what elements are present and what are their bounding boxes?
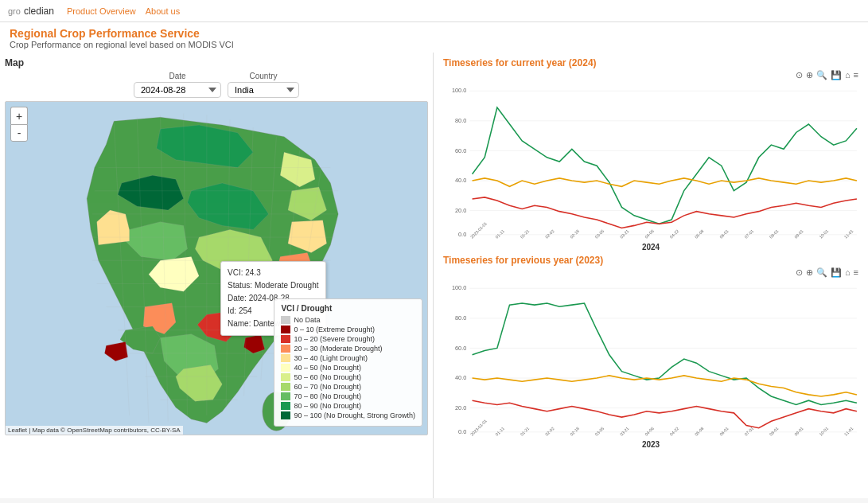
svg-text:20.0: 20.0 bbox=[455, 207, 466, 214]
svg-text:02-18: 02-18 bbox=[569, 426, 580, 437]
svg-text:03-21: 03-21 bbox=[619, 228, 630, 240]
svg-text:08-01: 08-01 bbox=[769, 426, 780, 437]
country-control-group: Country India bbox=[228, 72, 299, 98]
chart-current-save-icon[interactable]: 💾 bbox=[831, 70, 842, 80]
legend-swatch bbox=[281, 383, 290, 391]
legend-swatch bbox=[281, 411, 290, 419]
legend-label: 30 – 40 (Light Drought) bbox=[294, 354, 368, 362]
legend-label: 70 – 80 (No Drought) bbox=[294, 392, 361, 400]
svg-text:80.0: 80.0 bbox=[455, 117, 466, 124]
nav-about-us[interactable]: About us bbox=[146, 6, 180, 16]
svg-text:04-06: 04-06 bbox=[644, 426, 655, 437]
svg-text:04-22: 04-22 bbox=[669, 426, 680, 437]
tooltip-vci: VCI: 24.3 bbox=[228, 267, 319, 279]
chart-current-search-icon[interactable]: 🔍 bbox=[816, 70, 827, 80]
chart-current-home-icon[interactable]: ⌂ bbox=[845, 70, 850, 80]
date-select[interactable]: 2024-08-28 bbox=[134, 82, 221, 98]
country-select[interactable]: India bbox=[228, 82, 299, 98]
chart-current-reset-icon[interactable]: ⊙ bbox=[796, 70, 803, 80]
chart-previous-menu-icon[interactable]: ≡ bbox=[854, 267, 858, 278]
map-legend: VCI / Drought No Data0 – 10 (Extreme Dro… bbox=[274, 298, 422, 427]
zoom-out-button[interactable]: - bbox=[10, 124, 28, 142]
legend-swatch bbox=[281, 392, 290, 400]
chart-current-title: Timeseries for current year (2024) bbox=[443, 57, 858, 68]
svg-text:100.0: 100.0 bbox=[452, 87, 466, 94]
legend-item: 60 – 70 (No Drought) bbox=[281, 383, 415, 391]
legend-item: 70 – 80 (No Drought) bbox=[281, 392, 415, 400]
chart-current-menu-icon[interactable]: ≡ bbox=[854, 70, 858, 80]
chart-previous-reset-icon[interactable]: ⊙ bbox=[796, 267, 803, 278]
svg-text:01-11: 01-11 bbox=[494, 426, 505, 437]
svg-text:09-01: 09-01 bbox=[793, 228, 804, 240]
svg-text:60.0: 60.0 bbox=[455, 147, 466, 154]
tooltip-status: Status: Moderate Drought bbox=[228, 279, 319, 292]
svg-text:06-01: 06-01 bbox=[718, 228, 730, 240]
nav-product-overview[interactable]: Product Overview bbox=[67, 6, 136, 16]
legend-item: 90 – 100 (No Drought, Strong Growth) bbox=[281, 411, 415, 419]
svg-text:05-08: 05-08 bbox=[694, 426, 705, 437]
page-header: Regional Crop Performance Service Crop P… bbox=[0, 22, 868, 53]
main-layout: Map Date 2024-08-28 Country India + - bbox=[0, 53, 868, 498]
chart-current-zoom-icon[interactable]: ⊕ bbox=[806, 70, 813, 80]
legend-item: 10 – 20 (Severe Drought) bbox=[281, 335, 415, 343]
legend-swatch bbox=[281, 402, 290, 410]
legend-item: 20 – 30 (Moderate Drought) bbox=[281, 345, 415, 353]
chart-previous-zoom-icon[interactable]: ⊕ bbox=[806, 267, 813, 278]
zoom-in-button[interactable]: + bbox=[10, 107, 28, 124]
svg-text:03-05: 03-05 bbox=[594, 426, 605, 437]
svg-text:09-01: 09-01 bbox=[793, 426, 804, 437]
svg-text:40.0: 40.0 bbox=[455, 177, 466, 184]
chart-previous-search-icon[interactable]: 🔍 bbox=[816, 267, 827, 278]
legend-label: 50 – 60 (No Drought) bbox=[294, 373, 361, 381]
svg-text:03-05: 03-05 bbox=[594, 228, 605, 240]
svg-text:10-01: 10-01 bbox=[818, 228, 829, 240]
legend-swatch bbox=[281, 345, 290, 353]
legend-label: No Data bbox=[294, 316, 320, 324]
chart-current-panel: Timeseries for current year (2024) ⊙ ⊕ 🔍… bbox=[443, 57, 858, 252]
legend-swatch bbox=[281, 326, 290, 333]
svg-text:100.0: 100.0 bbox=[452, 284, 466, 291]
navbar: gro cledian Product Overview About us bbox=[0, 0, 868, 22]
svg-text:02-02: 02-02 bbox=[544, 426, 555, 437]
chart-previous-year: 2023 bbox=[443, 440, 858, 449]
svg-text:02-18: 02-18 bbox=[569, 228, 580, 240]
chart-previous-title: Timeseries for previous year (2023) bbox=[443, 255, 858, 266]
date-label: Date bbox=[169, 72, 185, 80]
legend-title: VCI / Drought bbox=[281, 304, 415, 313]
svg-text:05-08: 05-08 bbox=[694, 228, 705, 240]
svg-text:08-01: 08-01 bbox=[769, 228, 780, 240]
legend-swatch bbox=[281, 373, 290, 381]
legend-item: 30 – 40 (Light Drought) bbox=[281, 354, 415, 362]
legend-swatch bbox=[281, 364, 290, 372]
map-attribution: Leaflet | Map data © OpenStreetMap contr… bbox=[6, 426, 183, 435]
legend-label: 20 – 30 (Moderate Drought) bbox=[294, 345, 382, 353]
legend-label: 90 – 100 (No Drought, Strong Growth) bbox=[294, 411, 415, 419]
svg-text:07-01: 07-01 bbox=[744, 228, 755, 240]
chart-previous-home-icon[interactable]: ⌂ bbox=[845, 267, 850, 278]
legend-item: 0 – 10 (Extreme Drought) bbox=[281, 326, 415, 333]
svg-text:11-01: 11-01 bbox=[843, 228, 854, 240]
chart-section: Timeseries for current year (2024) ⊙ ⊕ 🔍… bbox=[434, 53, 868, 498]
chart-previous-panel: Timeseries for previous year (2023) ⊙ ⊕ … bbox=[443, 255, 858, 449]
svg-text:10-01: 10-01 bbox=[818, 426, 829, 437]
svg-text:02-02: 02-02 bbox=[544, 228, 555, 240]
svg-text:2023-01-01: 2023-01-01 bbox=[469, 221, 488, 240]
legend-swatch bbox=[281, 335, 290, 343]
svg-text:60.0: 60.0 bbox=[455, 345, 466, 352]
chart-current-area: 100.0 80.0 60.0 40.0 20.0 0.0 bbox=[443, 82, 858, 241]
svg-text:01-21: 01-21 bbox=[520, 426, 531, 437]
svg-text:40.0: 40.0 bbox=[455, 374, 466, 381]
legend-label: 0 – 10 (Extreme Drought) bbox=[294, 326, 375, 333]
legend-item: 50 – 60 (No Drought) bbox=[281, 373, 415, 381]
legend-swatch bbox=[281, 354, 290, 362]
legend-items: No Data0 – 10 (Extreme Drought)10 – 20 (… bbox=[281, 316, 415, 419]
legend-label: 40 – 50 (No Drought) bbox=[294, 364, 361, 372]
map-controls-row: Date 2024-08-28 Country India bbox=[5, 72, 428, 98]
map-section: Map Date 2024-08-28 Country India + - bbox=[0, 53, 434, 498]
svg-text:03-21: 03-21 bbox=[619, 426, 630, 437]
svg-text:20.0: 20.0 bbox=[455, 404, 466, 411]
svg-text:01-21: 01-21 bbox=[520, 228, 531, 240]
chart-current-svg: 100.0 80.0 60.0 40.0 20.0 0.0 bbox=[443, 82, 858, 241]
brand: gro cledian bbox=[8, 6, 54, 17]
chart-previous-save-icon[interactable]: 💾 bbox=[831, 267, 842, 278]
